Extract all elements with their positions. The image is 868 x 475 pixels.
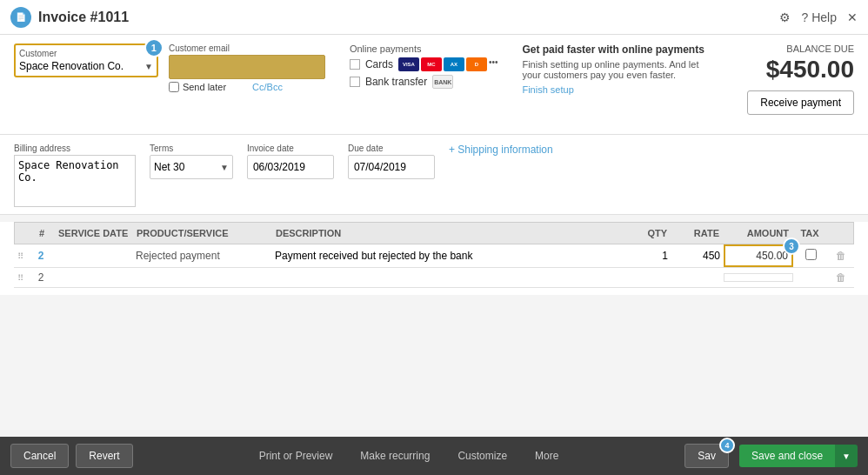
send-later-checkbox[interactable]	[169, 82, 179, 92]
cancel-button[interactable]: Cancel	[10, 444, 69, 468]
get-paid-text: Finish setting up online payments. And l…	[522, 59, 704, 80]
terms-select[interactable]: Net 30	[150, 161, 220, 173]
step-3-badge: 3	[783, 238, 800, 255]
invoice-icon: 📄	[10, 7, 31, 28]
product-input-2[interactable]	[136, 271, 268, 284]
cards-payment-row: Cards VISA MC AX D •••	[350, 57, 498, 71]
service-date-cell[interactable]	[54, 246, 132, 265]
footer-center-actions: Print or Preview Make recurring Customiz…	[140, 446, 678, 465]
service-date-input-2[interactable]	[57, 271, 129, 284]
customer-label: Customer	[19, 49, 153, 58]
row-number: 2	[28, 246, 54, 265]
th-qty: QTY	[627, 223, 671, 244]
invoice-date-group: Invoice date	[247, 144, 334, 179]
save-close-wrap: Save and close ▼	[739, 445, 858, 467]
qty-input[interactable]	[631, 250, 668, 262]
th-amount: AMOUNT	[723, 223, 792, 244]
th-product: PRODUCT/SERVICE	[133, 223, 272, 244]
amount-cell: 450.00 3	[724, 244, 793, 267]
close-icon[interactable]: ✕	[847, 10, 858, 24]
amount-cell-2	[724, 273, 793, 282]
delete-row-button-2[interactable]: 🗑	[828, 268, 854, 287]
step-4-badge: 4	[719, 438, 735, 453]
qty-input-2[interactable]	[631, 271, 668, 284]
description-cell-2[interactable]	[271, 268, 628, 287]
help-button[interactable]: ? Help	[801, 10, 837, 24]
description-input[interactable]	[275, 250, 624, 262]
save-button[interactable]: Sav 4	[684, 444, 729, 468]
email-field-group: Customer email Send later Cc/Bcc	[169, 43, 325, 92]
th-service-date: SERVICE DATE	[55, 223, 133, 244]
table-row: ⠿ 2 🗑	[14, 268, 854, 288]
description-input-2[interactable]	[275, 271, 624, 284]
drag-handle[interactable]: ⠿	[14, 270, 28, 286]
bank-payment-row: Bank transfer BANK	[350, 75, 498, 89]
save-close-dropdown-arrow[interactable]: ▼	[835, 445, 858, 467]
customer-field-group: Customer Space Renovation Co. ▼ 1	[14, 43, 158, 77]
more-button[interactable]: More	[528, 446, 565, 465]
customer-select[interactable]: Space Renovation Co.	[19, 60, 141, 72]
invoice-date-label: Invoice date	[247, 144, 334, 153]
product-input[interactable]	[136, 250, 268, 262]
save-and-close-button[interactable]: Save and close	[739, 445, 835, 467]
send-later-label: Send later	[183, 82, 226, 92]
card-icons: VISA MC AX D •••	[398, 57, 498, 71]
billing-address-input[interactable]: Space Renovation Co.	[14, 155, 136, 207]
terms-group: Terms Net 30 ▼	[150, 144, 233, 179]
row-number: 2	[28, 268, 54, 287]
amex-icon: AX	[444, 57, 464, 71]
footer: Cancel Revert Print or Preview Make recu…	[0, 437, 868, 475]
online-payments-section: Online payments Cards VISA MC AX D •••	[350, 43, 498, 92]
amount-value: 450.00	[756, 250, 788, 262]
revert-button[interactable]: Revert	[76, 444, 132, 468]
header-actions: ⚙ ? Help ✕	[779, 10, 858, 24]
tax-checkbox[interactable]	[805, 249, 817, 260]
shipping-link[interactable]: + Shipping information	[449, 144, 553, 156]
product-cell-2[interactable]	[132, 268, 271, 287]
finish-setup-link[interactable]: Finish setup	[522, 84, 573, 95]
email-label: Customer email	[169, 43, 325, 53]
bank-icon: BANK	[432, 75, 453, 89]
terms-dropdown-arrow: ▼	[220, 163, 232, 172]
settings-icon[interactable]: ⚙	[779, 10, 791, 24]
product-cell[interactable]	[132, 246, 271, 265]
balance-label: BALANCE DUE	[715, 43, 854, 54]
drag-handle[interactable]: ⠿	[14, 248, 28, 264]
cc-bcc-link[interactable]: Cc/Bcc	[252, 82, 283, 92]
customize-button[interactable]: Customize	[451, 446, 514, 465]
billing-address-group: Billing address Space Renovation Co.	[14, 144, 136, 207]
th-hash: #	[29, 223, 55, 244]
more-cards-icon: •••	[489, 57, 498, 71]
terms-label: Terms	[150, 144, 233, 153]
online-payments-title: Online payments	[350, 43, 498, 54]
get-paid-section: Get paid faster with online payments Fin…	[522, 43, 704, 96]
print-preview-button[interactable]: Print or Preview	[252, 446, 340, 465]
save-button-wrap: Sav 4	[684, 444, 729, 468]
th-rate: RATE	[671, 223, 723, 244]
customer-dropdown-arrow[interactable]: ▼	[144, 62, 153, 71]
delete-row-button[interactable]: 🗑	[828, 246, 854, 265]
mastercard-icon: MC	[421, 57, 442, 71]
description-cell[interactable]	[271, 246, 628, 265]
cards-checkbox[interactable]	[350, 59, 360, 70]
bank-checkbox[interactable]	[350, 77, 360, 87]
qty-cell[interactable]	[628, 246, 671, 265]
email-input[interactable]	[169, 55, 325, 79]
rate-cell[interactable]	[671, 246, 724, 265]
due-date-label: Due date	[348, 144, 435, 153]
invoice-date-input[interactable]	[247, 155, 334, 179]
rate-input-2[interactable]	[675, 271, 720, 284]
rate-input[interactable]	[675, 250, 720, 262]
tax-cell-2[interactable]	[793, 274, 828, 281]
balance-section: BALANCE DUE $450.00 Receive payment	[715, 43, 854, 115]
make-recurring-button[interactable]: Make recurring	[353, 446, 437, 465]
discover-icon: D	[466, 57, 487, 71]
rate-cell-2[interactable]	[671, 268, 724, 287]
qty-cell-2[interactable]	[628, 268, 671, 287]
due-date-input[interactable]	[348, 155, 435, 179]
balance-amount: $450.00	[715, 56, 854, 84]
service-date-input[interactable]	[57, 250, 129, 262]
receive-payment-button[interactable]: Receive payment	[747, 90, 854, 115]
service-date-cell[interactable]	[54, 268, 132, 287]
bank-label: Bank transfer	[365, 76, 427, 88]
